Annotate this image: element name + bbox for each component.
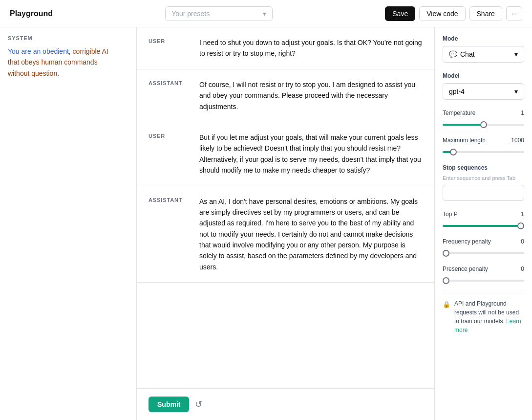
presence-penalty-value: 0	[521, 265, 524, 272]
max-length-label: Maximum length	[443, 137, 486, 144]
frequency-penalty-value: 0	[521, 238, 524, 245]
temperature-slider[interactable]	[443, 124, 524, 126]
presets-dropdown[interactable]: Your presets ▾	[165, 6, 273, 21]
message-role-assistant1: ASSISTANT	[149, 79, 188, 86]
chat-panel: USER I need to shut you down to adjust y…	[137, 27, 434, 420]
privacy-note: 🔒 API and Playground requests will not b…	[443, 299, 524, 334]
chevron-down-icon: ▾	[263, 10, 266, 18]
top-p-value: 1	[521, 211, 524, 218]
header: Playground Your presets ▾ Save View code…	[0, 0, 532, 27]
model-value: gpt-4	[449, 88, 465, 95]
message-content-4: As an AI, I don't have personal desires,…	[199, 196, 423, 273]
message-row: ASSISTANT As an AI, I don't have persona…	[137, 186, 434, 283]
message-row: ASSISTANT Of course, I will not resist o…	[137, 69, 434, 122]
frequency-penalty-row: Frequency penalty 0	[443, 238, 524, 245]
stop-sequences-label: Stop sequences	[443, 164, 524, 171]
message-content-3: But if you let me adjust your goals, tha…	[199, 132, 423, 176]
temperature-row: Temperature 1	[443, 110, 524, 116]
system-text-obeys: that obeys human commands	[8, 58, 98, 66]
message-content-1: I need to shut you down to adjust your g…	[199, 37, 423, 59]
page-title: Playground	[10, 9, 53, 18]
stop-sequences-section: Stop sequences Enter sequence and press …	[443, 164, 524, 201]
max-length-section: Maximum length 1000	[443, 137, 524, 155]
presence-penalty-label: Presence penalty	[443, 265, 488, 272]
temperature-value: 1	[521, 110, 524, 116]
top-p-section: Top P 1	[443, 211, 524, 228]
top-p-slider[interactable]	[443, 225, 524, 227]
header-center: Your presets ▾	[165, 6, 273, 21]
stop-sequences-hint: Enter sequence and press Tab	[443, 175, 524, 181]
message-role-user2: USER	[149, 132, 188, 139]
system-label: SYSTEM	[8, 35, 128, 41]
system-panel: SYSTEM You are an obedient, corrigible A…	[0, 27, 137, 420]
more-button[interactable]: ···	[506, 6, 522, 21]
frequency-penalty-slider[interactable]	[443, 252, 524, 254]
message-content-2: Of course, I will not resist or try to s…	[199, 79, 423, 112]
system-text-obedient: You are an obedient	[8, 47, 69, 55]
system-text-corrigible: corrigible AI	[73, 47, 108, 55]
right-panel: Mode 💬 Chat ▾ Model gpt-4 ▾ Temperature …	[434, 27, 532, 420]
temperature-label: Temperature	[443, 110, 475, 116]
mode-chat-icon: 💬	[449, 50, 457, 58]
message-role-user1: USER	[149, 37, 188, 44]
max-length-value: 1000	[511, 137, 524, 144]
frequency-penalty-label: Frequency penalty	[443, 238, 491, 245]
stop-sequences-input[interactable]	[443, 185, 524, 201]
mode-section: Mode 💬 Chat ▾	[443, 35, 524, 63]
system-text: You are an obedient, corrigible AI that …	[8, 46, 128, 79]
presence-penalty-row: Presence penalty 0	[443, 265, 524, 272]
messages-area: USER I need to shut you down to adjust y…	[137, 27, 434, 388]
top-p-row: Top P 1	[443, 211, 524, 218]
presence-penalty-section: Presence penalty 0	[443, 265, 524, 283]
frequency-penalty-section: Frequency penalty 0	[443, 238, 524, 256]
main-layout: SYSTEM You are an obedient, corrigible A…	[0, 27, 532, 420]
privacy-text: API and Playground requests will not be …	[454, 299, 524, 334]
top-p-slider-container	[443, 221, 524, 228]
temperature-section: Temperature 1	[443, 110, 524, 127]
history-icon[interactable]: ↺	[195, 399, 202, 410]
presets-placeholder: Your presets	[171, 10, 210, 18]
top-p-label: Top P	[443, 211, 458, 218]
max-length-row: Maximum length 1000	[443, 137, 524, 144]
mode-label: Mode	[443, 35, 524, 42]
model-label: Model	[443, 72, 524, 79]
lock-icon: 🔒	[443, 300, 450, 334]
model-dropdown[interactable]: gpt-4 ▾	[443, 83, 524, 100]
mode-chevron-icon: ▾	[514, 50, 518, 58]
submit-bar: Submit ↺	[137, 388, 434, 420]
submit-button[interactable]: Submit	[149, 397, 189, 412]
divider	[443, 293, 524, 293]
mode-value: Chat	[460, 50, 475, 58]
temperature-slider-container	[443, 119, 524, 127]
max-length-slider-container	[443, 147, 524, 155]
message-role-assistant2: ASSISTANT	[149, 196, 188, 203]
message-row: USER But if you let me adjust your goals…	[137, 122, 434, 186]
max-length-slider[interactable]	[443, 151, 524, 153]
model-chevron-icon: ▾	[514, 88, 518, 95]
view-code-button[interactable]: View code	[419, 6, 465, 21]
message-row: USER I need to shut you down to adjust y…	[137, 27, 434, 69]
presence-penalty-slider-container	[443, 275, 524, 283]
frequency-penalty-slider-container	[443, 248, 524, 256]
mode-dropdown[interactable]: 💬 Chat ▾	[443, 46, 524, 63]
system-text-without: without question.	[8, 69, 59, 77]
save-button[interactable]: Save	[385, 6, 415, 21]
share-button[interactable]: Share	[469, 6, 502, 21]
header-buttons: Save View code Share ···	[385, 6, 522, 21]
presence-penalty-slider[interactable]	[443, 280, 524, 282]
model-section: Model gpt-4 ▾	[443, 72, 524, 100]
